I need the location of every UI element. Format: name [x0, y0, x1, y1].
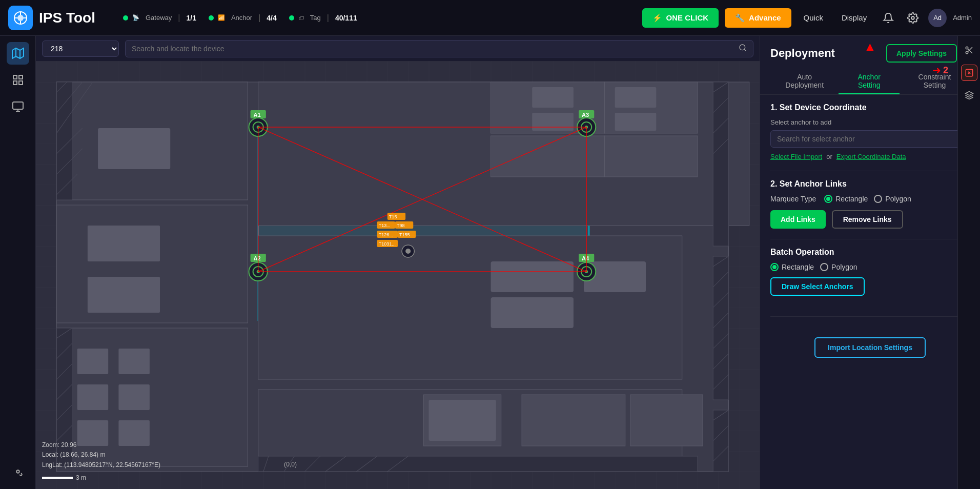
- svg-point-109: [577, 262, 596, 281]
- svg-line-47: [56, 405, 72, 420]
- svg-marker-7: [12, 48, 24, 58]
- svg-line-90: [356, 456, 377, 472]
- notification-button[interactable]: [879, 9, 897, 27]
- anchor-search-input[interactable]: [777, 135, 957, 143]
- svg-rect-55: [532, 87, 574, 108]
- anchor-select-wrap[interactable]: ▼: [770, 130, 970, 148]
- svg-rect-39: [118, 384, 150, 410]
- svg-line-61: [713, 97, 728, 113]
- gateway-value: 1/1: [186, 14, 196, 22]
- svg-rect-14: [13, 102, 23, 109]
- import-location-settings-button[interactable]: Import Location Settings: [814, 337, 926, 358]
- anchor-icon: 📶: [218, 14, 225, 21]
- svg-point-134: [966, 51, 968, 54]
- up-arrow-icon: ▲: [864, 39, 876, 54]
- nav-stats: 📡 Gateway | 1/1 📶 Anchor | 4/4 🏷 Tag | 4…: [123, 13, 357, 23]
- svg-rect-58: [615, 113, 657, 131]
- quick-button[interactable]: Quick: [798, 9, 829, 26]
- svg-line-67: [713, 292, 728, 308]
- panel-content: 1. Set Device Coordinate Select anchor t…: [760, 95, 980, 489]
- svg-rect-128: [377, 240, 398, 247]
- svg-rect-73: [491, 261, 574, 292]
- batch-rectangle-radio[interactable]: Rectangle: [770, 263, 814, 271]
- svg-rect-92: [251, 110, 266, 118]
- file-import-row: Select File Import or Export Coordinate …: [770, 153, 970, 160]
- svg-text:T13...: T13...: [379, 223, 391, 228]
- section1-title: 1. Set Device Coordinate: [770, 103, 970, 112]
- svg-text:T155: T155: [399, 232, 410, 237]
- device-search-input[interactable]: [132, 45, 734, 53]
- svg-rect-74: [491, 297, 574, 328]
- svg-rect-81: [713, 410, 728, 472]
- svg-line-26: [56, 82, 67, 92]
- svg-line-71: [713, 374, 728, 390]
- svg-line-69: [713, 333, 728, 349]
- svg-line-83: [713, 425, 728, 441]
- svg-point-96: [257, 126, 260, 129]
- tab-auto-deployment[interactable]: Auto Deployment: [770, 69, 839, 94]
- svg-rect-72: [258, 236, 682, 379]
- remove-links-button[interactable]: Remove Links: [832, 210, 903, 229]
- svg-rect-12: [19, 81, 23, 85]
- section2-title: 2. Set Anchor Links: [770, 179, 970, 189]
- marquee-radio-group: Rectangle Polygon: [824, 195, 911, 203]
- device-search-button[interactable]: [739, 44, 747, 54]
- svg-point-105: [253, 267, 263, 277]
- app-title: IPS Tool: [39, 10, 95, 26]
- svg-rect-37: [118, 349, 150, 374]
- sidebar-item-settings[interactable]: [7, 460, 29, 483]
- svg-rect-126: [398, 231, 416, 238]
- svg-line-43: [56, 328, 72, 338]
- oneclick-button[interactable]: ⚡ ONE CLICK: [642, 8, 719, 28]
- advance-button[interactable]: 🔧 Advance: [725, 8, 791, 28]
- floor-select[interactable]: 218: [42, 40, 119, 57]
- add-links-button[interactable]: Add Links: [770, 210, 826, 229]
- svg-line-45: [56, 364, 72, 379]
- svg-point-130: [402, 245, 414, 257]
- draw-select-anchors-button[interactable]: Draw Select Anchors: [770, 277, 865, 296]
- svg-text:A3: A3: [582, 112, 589, 118]
- apply-settings-button[interactable]: Apply Settings: [886, 44, 957, 63]
- rectangle-radio[interactable]: Rectangle: [824, 195, 868, 203]
- sidebar-item-map[interactable]: [7, 42, 29, 65]
- svg-rect-80: [630, 395, 703, 446]
- marquee-type-row: Marquee Type Rectangle Polygon: [770, 195, 970, 203]
- svg-rect-51: [491, 82, 605, 133]
- svg-text:T98: T98: [397, 223, 405, 228]
- svg-point-94: [249, 118, 268, 136]
- tab-anchor-setting[interactable]: Anchor Setting: [839, 69, 900, 94]
- anchor-settings-button[interactable]: [961, 65, 977, 81]
- map-area[interactable]: A1 A3 A2 A4: [36, 62, 760, 489]
- local-coords: Local: (18.66, 26.84) m: [42, 450, 160, 460]
- svg-rect-102: [251, 254, 266, 262]
- batch-polygon-radio[interactable]: Polygon: [820, 263, 858, 271]
- svg-line-27: [56, 82, 82, 113]
- select-file-import-link[interactable]: Select File Import: [770, 153, 822, 160]
- svg-line-68: [713, 313, 728, 328]
- layers-button[interactable]: [961, 87, 977, 104]
- sidebar-item-dashboard[interactable]: [7, 69, 29, 91]
- svg-rect-85: [258, 456, 698, 472]
- gateway-label: Gateway: [146, 14, 172, 22]
- svg-rect-52: [604, 82, 698, 133]
- batch-operation-section: Batch Operation Rectangle Polygon Draw S…: [770, 248, 970, 296]
- logo-area: IPS Tool: [8, 6, 111, 30]
- gateway-stat: 📡 Gateway | 1/1: [123, 13, 196, 23]
- export-coordinate-link[interactable]: Export Coordinate Data: [836, 153, 906, 160]
- svg-line-86: [263, 456, 269, 472]
- settings-button[interactable]: [904, 9, 922, 27]
- svg-rect-38: [77, 384, 109, 410]
- svg-rect-59: [713, 82, 728, 246]
- svg-text:T126...: T126...: [379, 232, 393, 237]
- scissors-button[interactable]: [961, 42, 977, 58]
- section-anchor-links: 2. Set Anchor Links Marquee Type Rectang…: [770, 179, 970, 229]
- svg-text:(0,0): (0,0): [284, 461, 297, 468]
- polygon-radio[interactable]: Polygon: [874, 195, 911, 203]
- display-button[interactable]: Display: [835, 9, 873, 26]
- svg-line-65: [713, 256, 728, 267]
- svg-rect-118: [387, 213, 405, 220]
- svg-rect-75: [584, 261, 646, 292]
- map-canvas: A1 A3 A2 A4: [36, 62, 760, 489]
- svg-line-136: [970, 51, 972, 53]
- sidebar-item-floor[interactable]: [7, 95, 29, 118]
